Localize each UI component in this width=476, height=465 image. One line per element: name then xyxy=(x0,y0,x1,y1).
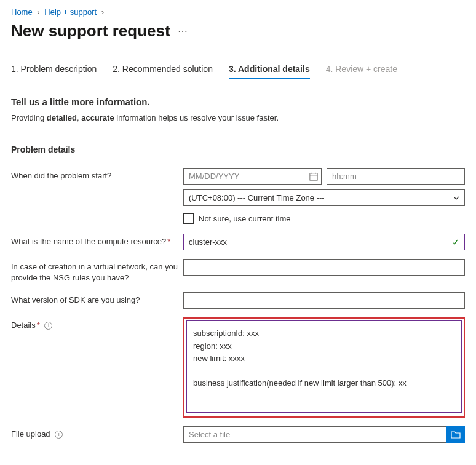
file-browse-button[interactable] xyxy=(446,426,465,443)
timezone-select[interactable]: (UTC+08:00) --- Current Time Zone --- xyxy=(183,189,465,206)
details-highlight-box xyxy=(183,317,465,418)
page-title: New support request xyxy=(11,22,170,41)
problem-details-heading: Problem details xyxy=(11,145,465,154)
tab-problem-description[interactable]: 1. Problem description xyxy=(11,64,97,79)
required-indicator: * xyxy=(167,237,170,246)
nsg-label: In case of creation in a virtual network… xyxy=(11,259,183,284)
chevron-right-icon: › xyxy=(37,7,39,17)
check-icon: ✓ xyxy=(452,237,460,248)
sdk-label: What version of SDK are you using? xyxy=(11,292,183,306)
notsure-checkbox[interactable] xyxy=(183,213,194,224)
svg-rect-0 xyxy=(310,173,317,180)
sdk-input[interactable] xyxy=(183,292,465,309)
date-input[interactable] xyxy=(183,168,322,185)
info-icon[interactable]: i xyxy=(55,431,63,439)
folder-icon xyxy=(451,431,461,439)
tab-review-create: 4. Review + create xyxy=(326,64,397,79)
info-icon[interactable]: i xyxy=(44,322,52,330)
nsg-input[interactable] xyxy=(183,259,465,276)
breadcrumb: Home › Help + support › xyxy=(11,7,465,17)
chevron-right-icon: › xyxy=(101,7,104,17)
more-icon[interactable]: ⋯ xyxy=(178,25,188,37)
section-title: Tell us a little more information. xyxy=(11,97,465,107)
breadcrumb-help[interactable]: Help + support xyxy=(44,7,97,17)
tab-additional-details[interactable]: 3. Additional details xyxy=(229,64,310,79)
time-input[interactable] xyxy=(327,168,465,185)
tabs: 1. Problem description 2. Recommended so… xyxy=(11,64,465,79)
breadcrumb-home[interactable]: Home xyxy=(11,7,33,17)
required-indicator: * xyxy=(37,320,40,330)
notsure-label: Not sure, use current time xyxy=(199,214,291,223)
details-label: Details* i xyxy=(11,317,183,331)
calendar-icon[interactable] xyxy=(309,172,318,181)
details-textarea[interactable] xyxy=(186,320,462,413)
file-label: File upload i xyxy=(11,426,183,440)
section-subtitle: Providing detailed, accurate information… xyxy=(11,113,465,122)
when-label: When did the problem start? xyxy=(11,168,183,181)
compute-input[interactable] xyxy=(183,234,465,250)
file-input[interactable] xyxy=(183,426,446,443)
compute-label: What is the name of the compute resource… xyxy=(11,234,183,247)
tab-recommended-solution[interactable]: 2. Recommended solution xyxy=(113,64,213,79)
